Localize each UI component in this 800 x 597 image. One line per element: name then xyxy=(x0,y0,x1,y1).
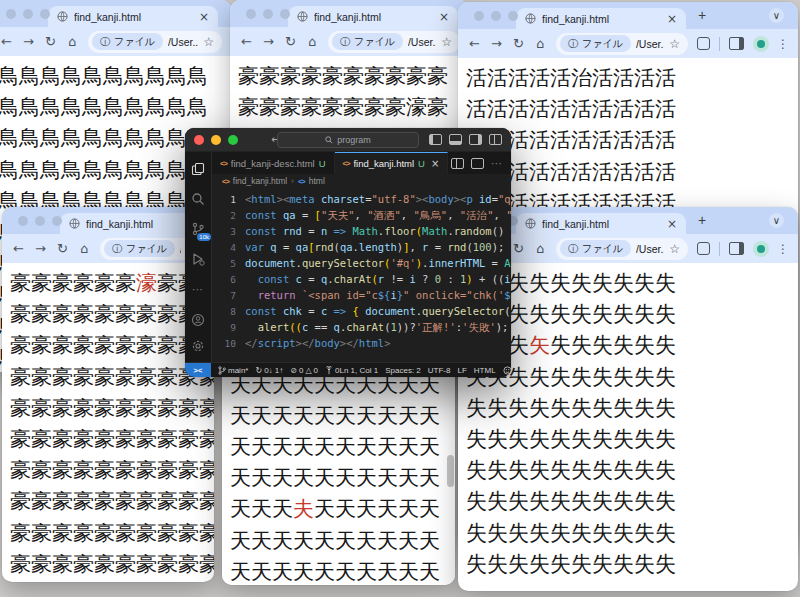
more-actions-icon[interactable]: ⋯ xyxy=(491,157,503,170)
kanji-cell[interactable]: 豪 xyxy=(52,427,73,451)
kanji-cell[interactable]: 天 xyxy=(356,404,377,428)
kanji-cell[interactable]: 失 xyxy=(529,458,550,482)
kanji-cell[interactable]: 活 xyxy=(508,66,529,90)
browser-tab[interactable]: find_kanji.html× xyxy=(516,213,686,234)
kanji-cell[interactable]: 豪 xyxy=(364,64,385,88)
kanji-cell[interactable]: 豪 xyxy=(157,521,178,545)
kanji-cell[interactable]: 失 xyxy=(571,396,592,420)
kanji-cell[interactable]: 豪 xyxy=(73,427,94,451)
kanji-cell[interactable]: 鳥 xyxy=(166,158,187,182)
command-center-search[interactable]: program xyxy=(277,132,419,148)
kanji-cell[interactable]: 失 xyxy=(529,427,550,451)
kanji-cell[interactable]: 豪 xyxy=(157,458,178,482)
kanji-cell[interactable]: 豪 xyxy=(343,95,364,119)
kanji-cell[interactable]: 豪 xyxy=(73,333,94,357)
kanji-cell[interactable]: 豪 xyxy=(322,95,343,119)
kanji-cell[interactable]: 失 xyxy=(550,552,571,576)
bookmark-star-icon[interactable]: ☆ xyxy=(441,35,452,49)
kanji-cell[interactable]: 天 xyxy=(335,560,356,584)
settings-gear-icon[interactable] xyxy=(190,338,206,354)
kanji-cell[interactable]: 豪 xyxy=(115,302,136,326)
kanji-cell[interactable]: 矢 xyxy=(529,333,550,357)
kanji-cell[interactable]: 失 xyxy=(550,521,571,545)
kanji-cell[interactable]: 失 xyxy=(634,552,655,576)
kanji-cell[interactable]: 天 xyxy=(398,435,419,459)
indentation[interactable]: Spaces: 2 xyxy=(385,366,421,375)
kanji-cell[interactable]: 天 xyxy=(272,560,293,584)
kanji-cell[interactable]: 失 xyxy=(466,552,487,576)
kanji-cell[interactable]: 天 xyxy=(377,404,398,428)
kanji-cell[interactable]: 失 xyxy=(655,396,676,420)
kanji-cell[interactable]: 豪 xyxy=(157,552,178,576)
kanji-cell[interactable]: 豪 xyxy=(157,302,178,326)
kanji-cell[interactable]: 豪 xyxy=(199,521,214,545)
traffic-zoom-button[interactable] xyxy=(52,216,62,226)
kanji-cell[interactable]: 活 xyxy=(550,66,571,90)
traffic-zoom-button[interactable] xyxy=(280,9,290,19)
forward-button[interactable]: → xyxy=(259,34,278,49)
new-tab-button[interactable]: + xyxy=(698,7,706,25)
kanji-cell[interactable]: 豪 xyxy=(31,333,52,357)
kanji-cell[interactable]: 豪 xyxy=(136,302,157,326)
bookmark-star-icon[interactable]: ☆ xyxy=(203,35,214,49)
kanji-cell[interactable]: 失 xyxy=(571,427,592,451)
kanji-cell[interactable]: 鳥 xyxy=(40,95,61,119)
kanji-cell[interactable]: 豪 xyxy=(10,458,31,482)
toggle-panel-icon[interactable] xyxy=(449,134,462,145)
kanji-cell[interactable]: 豪 xyxy=(238,64,259,88)
kanji-cell[interactable]: 失 xyxy=(550,271,571,295)
kanji-cell[interactable]: 鳥 xyxy=(103,64,124,88)
reload-button[interactable]: ↻ xyxy=(53,241,72,256)
kanji-cell[interactable]: 失 xyxy=(634,365,655,389)
kanji-cell[interactable]: 鳥 xyxy=(40,126,61,150)
kanji-cell[interactable]: 鳥 xyxy=(103,95,124,119)
kanji-cell[interactable]: 失 xyxy=(634,302,655,326)
kanji-cell[interactable]: 失 xyxy=(529,489,550,513)
traffic-zoom-button[interactable] xyxy=(40,9,50,19)
kanji-cell[interactable]: 豪 xyxy=(94,489,115,513)
kanji-cell[interactable]: 失 xyxy=(487,552,508,576)
kanji-cell[interactable]: 失 xyxy=(466,427,487,451)
kanji-cell[interactable]: 天 xyxy=(335,466,356,490)
kanji-cell[interactable]: 失 xyxy=(592,396,613,420)
kanji-cell[interactable]: 天 xyxy=(230,529,251,553)
kanji-cell[interactable]: 鳥 xyxy=(145,95,166,119)
browser-tab[interactable]: find_kanji.html× xyxy=(288,6,458,27)
kanji-cell[interactable]: 活 xyxy=(634,128,655,152)
kanji-cell[interactable]: 活 xyxy=(613,128,634,152)
kanji-cell[interactable]: 豪 xyxy=(10,302,31,326)
kanji-cell[interactable]: 失 xyxy=(655,458,676,482)
kanji-cell[interactable]: 鳥 xyxy=(103,158,124,182)
kanji-cell[interactable]: 鳥 xyxy=(0,95,19,119)
kanji-cell[interactable]: 豪 xyxy=(94,396,115,420)
more-views-icon[interactable]: ⋯ xyxy=(190,281,206,297)
kanji-cell[interactable]: 豪 xyxy=(94,333,115,357)
kanji-cell[interactable]: 鳥 xyxy=(166,126,187,150)
kanji-cell[interactable]: 活 xyxy=(508,97,529,121)
kanji-cell[interactable]: 失 xyxy=(613,396,634,420)
kanji-cell[interactable]: 鳥 xyxy=(19,158,40,182)
kanji-cell[interactable]: 失 xyxy=(592,333,613,357)
kanji-cell[interactable]: 豪 xyxy=(52,302,73,326)
kanji-cell[interactable]: 活 xyxy=(487,97,508,121)
toggle-secondary-sidebar-icon[interactable] xyxy=(469,134,482,145)
kanji-cell[interactable]: 鳥 xyxy=(145,64,166,88)
kanji-cell[interactable]: 豪 xyxy=(10,396,31,420)
kanji-cell[interactable]: 豪 xyxy=(73,489,94,513)
kanji-cell[interactable]: 鳥 xyxy=(124,95,145,119)
kanji-cell[interactable]: 鳥 xyxy=(19,95,40,119)
kanji-cell[interactable]: 豪 xyxy=(406,64,427,88)
breadcrumb[interactable]: <> find_kanji.html › <> html xyxy=(212,174,511,188)
reload-button[interactable]: ↻ xyxy=(509,36,528,51)
kanji-cell[interactable]: 失 xyxy=(529,302,550,326)
profile-avatar[interactable] xyxy=(753,36,769,52)
kanji-cell[interactable]: 活 xyxy=(613,160,634,184)
kanji-cell[interactable]: 失 xyxy=(634,271,655,295)
kanji-cell[interactable]: 豪 xyxy=(427,95,448,119)
tab-find-kanji-desc[interactable]: <> find_kanji-desc.html U xyxy=(212,152,335,174)
kanji-cell[interactable]: 失 xyxy=(655,427,676,451)
kanji-cell[interactable]: 鳥 xyxy=(0,126,19,150)
kanji-cell[interactable]: 天 xyxy=(293,466,314,490)
kanji-cell[interactable]: 豪 xyxy=(115,521,136,545)
kanji-cell[interactable]: 天 xyxy=(356,497,377,521)
